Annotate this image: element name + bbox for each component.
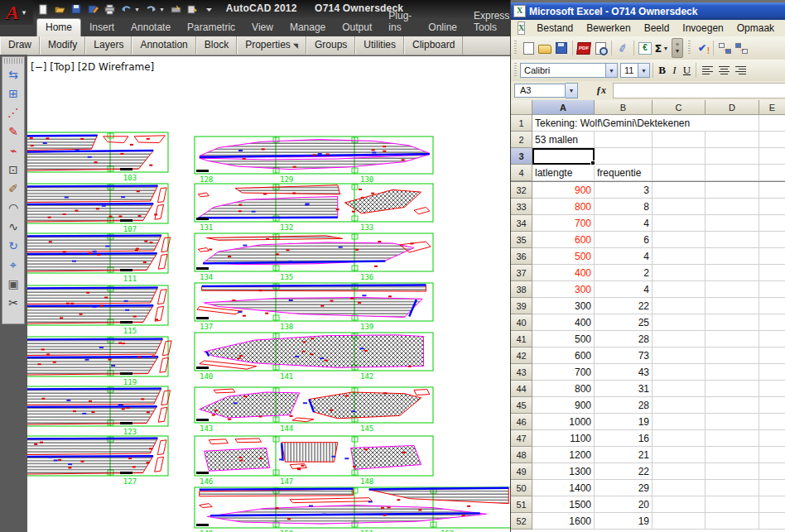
cell-A50[interactable]: 1400: [532, 480, 595, 496]
menu-e[interactable]: E: [781, 21, 785, 36]
col-header-D[interactable]: D: [706, 100, 759, 115]
row-header-32[interactable]: 32: [511, 182, 532, 199]
cell-B52[interactable]: 19: [595, 513, 653, 530]
tab-view[interactable]: View: [243, 19, 282, 36]
menu-bewerken[interactable]: Bewerken: [580, 21, 637, 36]
rotate-icon[interactable]: ↻: [2, 236, 24, 255]
row-header-33[interactable]: 33: [511, 199, 532, 215]
cell-E33[interactable]: [759, 199, 785, 215]
viewport-controls[interactable]: [−] [Top] [2D Wireframe]: [31, 61, 154, 73]
chevron-down-icon[interactable]: ▼: [605, 64, 617, 77]
cell-E49[interactable]: [759, 463, 785, 480]
cell-A48[interactable]: 1200: [532, 447, 595, 463]
target-icon[interactable]: ⌖: [2, 255, 24, 274]
row-header-49[interactable]: 49: [511, 463, 532, 480]
cell-D36[interactable]: [706, 248, 759, 265]
cell-B39[interactable]: 22: [595, 298, 653, 314]
cell-C51[interactable]: [653, 496, 706, 513]
cell-A33[interactable]: 800: [532, 199, 595, 215]
cell-B41[interactable]: 28: [595, 331, 653, 347]
block-squares-icon[interactable]: ⊞: [2, 84, 24, 103]
row-header-43[interactable]: 43: [511, 364, 532, 381]
cell-A44[interactable]: 800: [532, 381, 595, 397]
cell-E37[interactable]: [759, 265, 785, 281]
row-header-38[interactable]: 38: [511, 281, 532, 298]
row-header-41[interactable]: 41: [511, 331, 532, 347]
cell-E41[interactable]: [759, 331, 785, 347]
fx-icon[interactable]: ƒx: [596, 84, 606, 97]
spell-check-icon[interactable]: ✔!: [695, 41, 710, 55]
autosum-icon[interactable]: Σ▼: [654, 41, 669, 55]
cell-D39[interactable]: [706, 298, 759, 314]
cell-B33[interactable]: 8: [595, 199, 653, 215]
cell-C38[interactable]: [653, 281, 706, 298]
new-icon[interactable]: [521, 41, 536, 55]
row-header-42[interactable]: 42: [511, 347, 532, 364]
cell-A51[interactable]: 1500: [532, 496, 595, 513]
panel-utilities[interactable]: Utilities: [355, 36, 404, 55]
cell-E2[interactable]: [759, 132, 785, 148]
cell-E45[interactable]: [759, 397, 785, 414]
col-header-A[interactable]: A: [532, 100, 595, 115]
cell-D41[interactable]: [706, 331, 759, 347]
cell-C4[interactable]: [653, 165, 706, 181]
cell-E4[interactable]: [759, 165, 785, 181]
cell-B37[interactable]: 2: [595, 265, 653, 281]
cell-C45[interactable]: [653, 397, 706, 414]
row-header-34[interactable]: 34: [511, 215, 532, 232]
cell-C34[interactable]: [653, 215, 706, 232]
panel-properties[interactable]: Properties◥: [237, 36, 306, 55]
print-preview-icon[interactable]: [593, 41, 608, 55]
cell-E1[interactable]: [759, 115, 785, 132]
save-icon[interactable]: [554, 41, 569, 55]
underline-button[interactable]: U: [681, 64, 693, 77]
cell-E32[interactable]: [759, 182, 785, 199]
print-icon[interactable]: [104, 4, 115, 15]
align-center-icon[interactable]: [716, 64, 731, 78]
cell-E42[interactable]: [759, 347, 785, 364]
new-icon[interactable]: [38, 4, 49, 15]
row-header-3[interactable]: 3: [511, 148, 532, 165]
cell-B35[interactable]: 6: [595, 232, 653, 248]
saveas-icon[interactable]: [88, 4, 99, 15]
cell-C2[interactable]: [653, 132, 706, 148]
align-right-icon[interactable]: [733, 64, 748, 78]
row-header-1[interactable]: 1: [511, 115, 532, 132]
cell-E43[interactable]: [759, 364, 785, 381]
cell-E40[interactable]: [759, 314, 785, 331]
cell-C47[interactable]: [653, 430, 706, 447]
menu-bestand[interactable]: Bestand: [530, 21, 580, 36]
cell-B2[interactable]: [595, 132, 653, 148]
menu-beeld[interactable]: Beeld: [638, 21, 677, 36]
panel-launcher-icon[interactable]: ◥: [293, 42, 298, 50]
cell-B50[interactable]: 29: [595, 480, 653, 496]
cell-A52[interactable]: 1600: [532, 513, 595, 530]
col-header-C[interactable]: C: [653, 100, 706, 115]
row-header-40[interactable]: 40: [511, 314, 532, 331]
cell-E34[interactable]: [759, 215, 785, 232]
cell-C50[interactable]: [653, 480, 706, 496]
row-header-4[interactable]: 4: [511, 165, 532, 181]
menu-invoegen[interactable]: Invoegen: [676, 21, 730, 36]
row-header-37[interactable]: 37: [511, 265, 532, 281]
name-box[interactable]: A3: [514, 84, 566, 98]
chevron-down-icon[interactable]: ▼: [638, 64, 649, 77]
cell-E44[interactable]: [759, 381, 785, 397]
scissors-icon[interactable]: ✂: [2, 293, 24, 312]
save-icon[interactable]: [71, 4, 82, 15]
cell-D42[interactable]: [706, 347, 759, 364]
cell-C40[interactable]: [653, 314, 706, 331]
excel-titlebar[interactable]: X Microsoft Excel - O714 Ownersdeck: [511, 2, 785, 20]
col-header-B[interactable]: B: [595, 100, 653, 115]
cell-B36[interactable]: 4: [595, 248, 653, 265]
cell-C42[interactable]: [653, 347, 706, 364]
dimension-box-icon[interactable]: ⊡: [2, 160, 24, 179]
arc-icon[interactable]: ◠: [2, 198, 24, 217]
cell-C44[interactable]: [653, 381, 706, 397]
cell-D3[interactable]: [706, 148, 759, 165]
cell-E51[interactable]: [759, 496, 785, 513]
toolbar-grip[interactable]: [514, 41, 517, 55]
cell-E35[interactable]: [759, 232, 785, 248]
revision-curve-icon[interactable]: ∿: [2, 217, 24, 236]
row-header-36[interactable]: 36: [511, 248, 532, 265]
